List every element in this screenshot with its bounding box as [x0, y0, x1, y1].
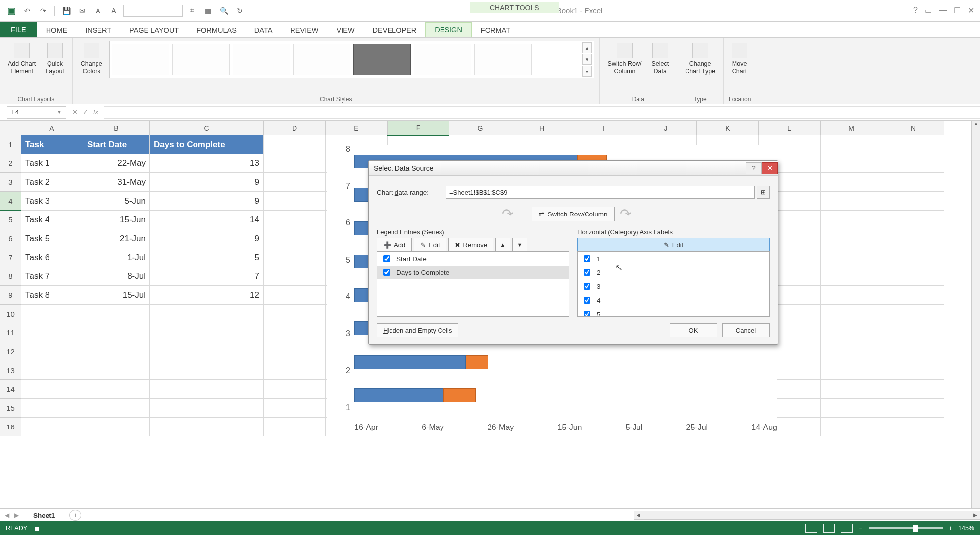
dialog-help-icon[interactable]: ? [746, 162, 762, 174]
sheet-nav-next-icon[interactable]: ▶ [14, 512, 19, 519]
move-chart-button[interactable]: Move Chart [729, 41, 750, 77]
tab-formulas[interactable]: FORMULAS [188, 23, 245, 37]
chevron-down-icon[interactable]: ▼ [57, 109, 62, 115]
row-header[interactable]: 10 [0, 305, 21, 323]
name-box[interactable]: F4▼ [7, 106, 66, 119]
cell[interactable] [821, 267, 882, 286]
style-thumb[interactable] [293, 44, 350, 75]
cell[interactable]: Start Date [83, 135, 150, 154]
cell[interactable] [150, 323, 264, 342]
axis-label-item[interactable]: 2 [578, 266, 769, 279]
zoom-level[interactable]: 145% [958, 525, 974, 532]
axis-label-item[interactable]: 1 [578, 252, 769, 266]
row-header[interactable]: 4 [0, 192, 21, 211]
edit-axis-labels-button[interactable]: ✎Edit [577, 238, 770, 252]
cell[interactable] [264, 229, 326, 248]
cell[interactable] [150, 399, 264, 418]
cell[interactable] [882, 173, 944, 192]
cell[interactable]: Task 2 [21, 173, 83, 192]
column-header[interactable]: E [326, 121, 388, 135]
cell[interactable] [150, 305, 264, 323]
tab-file[interactable]: FILE [0, 22, 37, 37]
cell[interactable] [150, 418, 264, 436]
cancel-formula-icon[interactable]: ✕ [72, 108, 78, 116]
column-header[interactable]: C [150, 121, 264, 135]
cell[interactable] [882, 248, 944, 267]
cell[interactable] [821, 248, 882, 267]
gallery-down-icon[interactable]: ▼ [582, 54, 592, 65]
cell[interactable] [21, 418, 83, 436]
cell[interactable] [83, 361, 150, 380]
cell[interactable]: Task 7 [21, 267, 83, 286]
cell[interactable] [264, 173, 326, 192]
zoom-slider[interactable] [869, 527, 943, 529]
tab-home[interactable]: HOME [37, 23, 77, 37]
cell[interactable]: 5-Jun [83, 192, 150, 211]
row-header[interactable]: 7 [0, 248, 21, 267]
undo-icon[interactable]: ↶ [21, 4, 34, 17]
cell[interactable]: 9 [150, 173, 264, 192]
redo2-icon[interactable]: ↻ [233, 4, 246, 17]
axis-label-item[interactable]: 3 [578, 279, 769, 293]
tab-page-layout[interactable]: PAGE LAYOUT [120, 23, 188, 37]
macro-record-icon[interactable]: ◼ [34, 525, 40, 532]
cell[interactable] [264, 323, 326, 342]
cell[interactable] [264, 399, 326, 418]
form-icon[interactable]: ▦ [201, 4, 214, 17]
row-header[interactable]: 15 [0, 399, 21, 418]
column-header[interactable]: B [83, 121, 150, 135]
cell[interactable] [821, 418, 882, 436]
row-header[interactable]: 2 [0, 154, 21, 173]
axis-label-checkbox[interactable] [584, 283, 590, 290]
cell[interactable] [264, 135, 326, 154]
cell[interactable] [882, 286, 944, 305]
cell[interactable] [83, 399, 150, 418]
cell[interactable] [21, 361, 83, 380]
column-header[interactable]: F [388, 121, 449, 135]
axis-label-checkbox[interactable] [584, 297, 590, 304]
cell[interactable] [821, 192, 882, 211]
row-header[interactable]: 14 [0, 380, 21, 399]
row-header[interactable]: 16 [0, 418, 21, 436]
minimize-icon[interactable]: — [939, 6, 947, 15]
cell[interactable] [83, 305, 150, 323]
help-icon[interactable]: ? [913, 6, 918, 15]
zoom-out-icon[interactable]: − [859, 525, 862, 532]
sheet-tab-sheet1[interactable]: Sheet1 [24, 510, 64, 521]
cell[interactable] [83, 418, 150, 436]
scroll-left-icon[interactable]: ◀ [634, 512, 643, 518]
cell[interactable] [882, 211, 944, 229]
column-header[interactable]: H [511, 121, 573, 135]
cell[interactable]: 5 [150, 248, 264, 267]
vertical-scrollbar[interactable]: ▲ [971, 121, 980, 508]
select-data-button[interactable]: Select Data [648, 41, 672, 77]
font-dec-icon[interactable]: A [92, 4, 104, 17]
edit-series-button[interactable]: ✎Edit [414, 238, 446, 252]
cell[interactable]: 7 [150, 267, 264, 286]
range-picker-icon[interactable]: ⊞ [757, 186, 770, 199]
cell[interactable] [21, 399, 83, 418]
cell[interactable] [264, 267, 326, 286]
cell[interactable] [150, 361, 264, 380]
cell[interactable] [821, 380, 882, 399]
cell[interactable] [882, 323, 944, 342]
switch-row-column-button[interactable]: Switch Row/ Column [605, 41, 645, 77]
change-colors-button[interactable]: Change Colors [78, 41, 105, 77]
cell[interactable]: Task 5 [21, 229, 83, 248]
tab-format[interactable]: FORMAT [472, 23, 519, 37]
cell[interactable] [21, 342, 83, 361]
cell[interactable] [821, 286, 882, 305]
maximize-icon[interactable]: ☐ [954, 6, 961, 15]
close-icon[interactable]: ✕ [968, 6, 974, 15]
cell[interactable] [882, 305, 944, 323]
cell[interactable] [821, 342, 882, 361]
series-item[interactable]: Start Date [377, 252, 569, 266]
cell[interactable]: 22-May [83, 154, 150, 173]
normal-view-icon[interactable] [805, 524, 817, 533]
style-thumb[interactable] [233, 44, 290, 75]
scroll-right-icon[interactable]: ▶ [971, 512, 980, 518]
row-header[interactable]: 5 [0, 211, 21, 229]
cell[interactable]: Task 6 [21, 248, 83, 267]
cell[interactable]: 9 [150, 229, 264, 248]
axis-labels-listbox[interactable]: 12345 [577, 251, 770, 317]
